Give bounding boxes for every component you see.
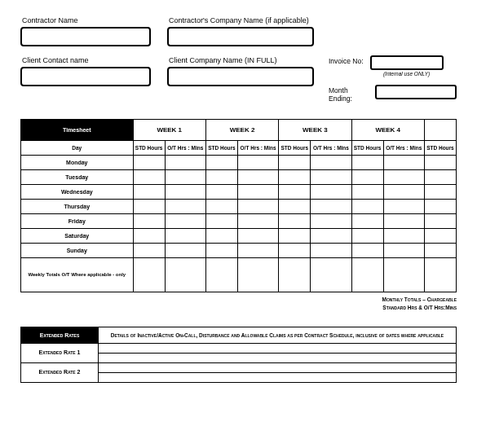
- ext-header-row: Extended Rates Details of Inactive/Activ…: [21, 327, 457, 343]
- extended-details: Details of Inactive/Active On-Call, Dist…: [99, 327, 457, 343]
- client-company-input[interactable]: [167, 67, 314, 86]
- timesheet-subheader-row: Day STD Hours O/T Hrs : Mins STD Hours O…: [21, 141, 457, 156]
- row-monday: Monday: [21, 156, 457, 170]
- contractor-company-label: Contractor's Company Name (if applicable…: [167, 16, 314, 24]
- w1-ot: O/T Hrs : Mins: [165, 141, 205, 156]
- day-wed: Wednesday: [21, 185, 134, 200]
- header-right: Invoice No: (Internal use ONLY) Month En…: [329, 16, 457, 111]
- header-left: Contractor Name Client Contact name Cont…: [20, 16, 314, 111]
- w1-std: STD Hours: [133, 141, 165, 156]
- row-saturday: Saturday: [21, 229, 457, 244]
- weekly-totals-label: Weekly Totals O/T Where applicable - onl…: [21, 258, 134, 292]
- row-totals: Weekly Totals O/T Where applicable - onl…: [21, 258, 457, 292]
- week-1-hdr: WEEK 1: [133, 120, 205, 141]
- row-sunday: Sunday: [21, 244, 457, 258]
- day-thu: Thursday: [21, 200, 134, 214]
- row-tuesday: Tuesday: [21, 170, 457, 185]
- day-sun: Sunday: [21, 244, 134, 258]
- week-3-hdr: WEEK 3: [279, 120, 351, 141]
- day-col-hdr: Day: [21, 141, 134, 156]
- w2-ot: O/T Hrs : Mins: [237, 141, 278, 156]
- ext-rate1-cell-a[interactable]: [99, 343, 457, 353]
- page: Contractor Name Client Contact name Cont…: [0, 0, 477, 383]
- row-thursday: Thursday: [21, 200, 457, 214]
- day-sat: Saturday: [21, 229, 134, 244]
- w4-std: STD Hours: [351, 141, 383, 156]
- col-company: Contractor's Company Name (if applicable…: [167, 16, 314, 111]
- extended-rates-title: Extended Rates: [21, 327, 99, 343]
- timesheet-table: Timesheet WEEK 1 WEEK 2 WEEK 3 WEEK 4 Da…: [20, 119, 457, 292]
- invoice-no-label: Invoice No:: [329, 55, 364, 65]
- extended-rates-table: Extended Rates Details of Inactive/Activ…: [20, 327, 457, 383]
- field-contractor-name: Contractor Name: [20, 16, 151, 46]
- week-4-hdr: WEEK 4: [351, 120, 424, 141]
- header-section: Contractor Name Client Contact name Cont…: [20, 16, 457, 111]
- col-contractor: Contractor Name Client Contact name: [20, 16, 151, 111]
- week-2-hdr: WEEK 2: [205, 120, 278, 141]
- field-client-company: Client Company Name (IN FULL): [167, 56, 314, 86]
- field-contractor-company: Contractor's Company Name (if applicable…: [167, 16, 314, 46]
- ext-rate2-cell-b[interactable]: [99, 372, 457, 382]
- ext-rate2-label: Extended Rate 2: [21, 362, 99, 382]
- ext-rate1-cell-b[interactable]: [99, 353, 457, 362]
- client-contact-label: Client Contact name: [20, 56, 151, 64]
- w2-std: STD Hours: [205, 141, 237, 156]
- invoice-row: Invoice No: (Internal use ONLY): [329, 55, 457, 77]
- day-tue: Tuesday: [21, 170, 134, 185]
- contractor-name-label: Contractor Name: [20, 16, 151, 24]
- month-ending-input[interactable]: [375, 85, 457, 99]
- field-client-contact: Client Contact name: [20, 56, 151, 86]
- footer-line2: Standard Hrs & O/T Hrs:Mins: [382, 305, 457, 310]
- invoice-sub-label: (Internal use ONLY): [383, 71, 430, 77]
- timesheet-header-row: Timesheet WEEK 1 WEEK 2 WEEK 3 WEEK 4: [21, 120, 457, 141]
- w3-std: STD Hours: [279, 141, 311, 156]
- row-wednesday: Wednesday: [21, 185, 457, 200]
- ext-rate1-row: Extended Rate 1: [21, 343, 457, 353]
- contractor-name-input[interactable]: [20, 27, 151, 46]
- timesheet-title: Timesheet: [21, 120, 134, 141]
- week-extra: [424, 120, 456, 141]
- invoice-box-wrap: (Internal use ONLY): [370, 55, 444, 77]
- monthly-totals-note: Monthly Totals – Chargeable Standard Hrs…: [20, 296, 457, 312]
- w5-std: STD Hours: [424, 141, 456, 156]
- invoice-no-input[interactable]: [370, 55, 444, 70]
- w3-ot: O/T Hrs : Mins: [311, 141, 351, 156]
- contractor-company-input[interactable]: [167, 27, 314, 46]
- client-company-label: Client Company Name (IN FULL): [167, 56, 314, 64]
- w4-ot: O/T Hrs : Mins: [383, 141, 424, 156]
- ext-rate2-cell-a[interactable]: [99, 362, 457, 372]
- client-contact-input[interactable]: [20, 67, 151, 86]
- row-friday: Friday: [21, 214, 457, 229]
- day-fri: Friday: [21, 214, 134, 229]
- footer-line1: Monthly Totals – Chargeable: [382, 296, 457, 302]
- month-ending-row: Month Ending:: [329, 85, 457, 103]
- ext-rate2-row: Extended Rate 2: [21, 362, 457, 372]
- day-mon: Monday: [21, 156, 134, 170]
- ext-rate1-label: Extended Rate 1: [21, 343, 99, 362]
- month-ending-label: Month Ending:: [329, 85, 369, 103]
